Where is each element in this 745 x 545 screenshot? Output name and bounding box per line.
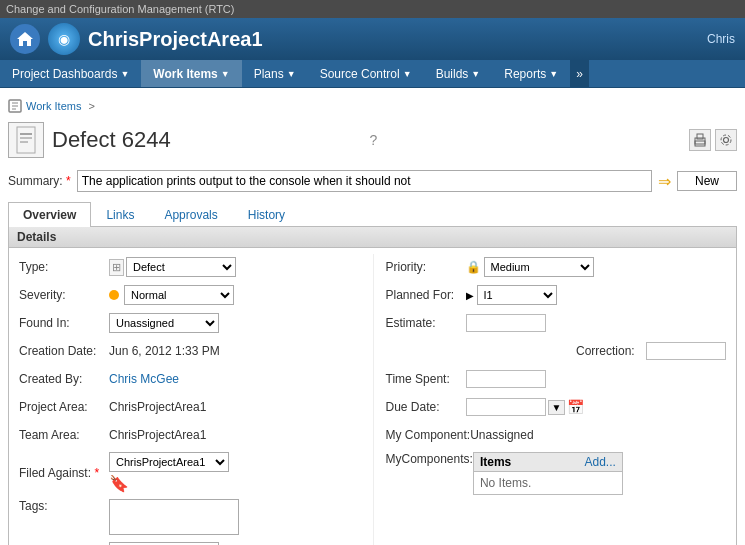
creation-date-field: Creation Date: Jun 6, 2012 1:33 PM [19,340,369,362]
time-spent-input[interactable] [466,370,546,388]
created-by-field: Created By: Chris McGee [19,368,369,390]
type-small-icon: ⊞ [109,259,124,276]
help-icon[interactable]: ? [370,132,378,148]
right-column: Priority: 🔒 Low Medium High Critical Pla… [373,254,731,545]
due-date-dropdown[interactable]: ▼ [548,400,566,415]
nav-project-dashboards[interactable]: Project Dashboards ▼ [0,60,141,87]
severity-field: Severity: Normal Minor Major Critical [19,284,369,306]
time-spent-label: Time Spent: [386,372,466,386]
found-in-select[interactable]: Unassigned [109,313,219,333]
creation-date-value: Jun 6, 2012 1:33 PM [109,344,220,358]
calendar-icon[interactable]: 📅 [567,399,584,415]
work-items-breadcrumb-icon [8,99,22,113]
svg-point-12 [724,138,729,143]
status-arrow-icon: ⇒ [658,172,671,191]
priority-select[interactable]: Low Medium High Critical [484,257,594,277]
nav-work-items[interactable]: Work Items ▼ [141,60,241,87]
svg-marker-0 [17,32,33,46]
project-name: ChrisProjectArea1 [88,28,707,51]
due-date-label: Due Date: [386,400,466,414]
priority-label: Priority: [386,260,466,274]
breadcrumb: Work Items > [8,94,737,118]
lock-icon: 🔒 [466,260,481,274]
settings-button[interactable] [715,129,737,151]
chevron-down-icon: ▼ [287,69,296,79]
app-header: ◉ ChrisProjectArea1 Chris [0,18,745,60]
tab-history[interactable]: History [233,202,300,227]
correction-input[interactable] [646,342,726,360]
tags-input[interactable] [109,499,239,535]
severity-dot-icon [109,290,119,300]
chevron-down-icon: ▼ [471,69,480,79]
details-section: Details Type: ⊞ Defect Task Story [8,227,737,545]
summary-row: Summary: * ⇒ New [8,170,737,192]
owned-by-field: Owned By: Chris McGee [19,541,369,545]
tab-links[interactable]: Links [91,202,149,227]
items-header: Items Add... [473,452,623,471]
created-by-label: Created By: [19,372,109,386]
estimate-label: Estimate: [386,316,466,330]
nav-bar: Project Dashboards ▼ Work Items ▼ Plans … [0,60,745,88]
print-button[interactable] [689,129,711,151]
severity-select[interactable]: Normal Minor Major Critical [124,285,234,305]
nav-plans[interactable]: Plans ▼ [242,60,308,87]
tags-label: Tags: [19,499,109,513]
no-items-text: No Items. [480,476,531,490]
project-area-field: Project Area: ChrisProjectArea1 [19,396,369,418]
user-name: Chris [707,32,735,46]
my-components-label: MyComponents: [386,452,473,466]
breadcrumb-separator: > [88,100,94,112]
play-icon: ▶ [466,290,474,301]
svg-rect-5 [17,127,35,153]
estimate-input[interactable] [466,314,546,332]
chevron-down-icon: ▼ [403,69,412,79]
breadcrumb-link[interactable]: Work Items [26,100,81,112]
team-area-field: Team Area: ChrisProjectArea1 [19,424,369,446]
my-components-field: MyComponents: Items Add... No Items. [386,452,727,495]
estimate-field: Estimate: [386,312,727,334]
nav-reports[interactable]: Reports ▼ [492,60,570,87]
app-logo: ◉ [48,23,80,55]
tab-overview[interactable]: Overview [8,202,91,227]
filed-against-add-icon[interactable]: 🔖 [109,475,129,492]
time-spent-field: Time Spent: [386,368,727,390]
title-bar: Change and Configuration Management (RTC… [0,0,745,18]
summary-required: * [66,174,71,188]
type-field: Type: ⊞ Defect Task Story [19,256,369,278]
priority-field: Priority: 🔒 Low Medium High Critical [386,256,727,278]
created-by-link[interactable]: Chris McGee [109,372,179,386]
type-select[interactable]: Defect Task Story [126,257,236,277]
home-icon[interactable] [10,24,40,54]
team-area-label: Team Area: [19,428,109,442]
items-body: No Items. [473,471,623,495]
project-area-value: ChrisProjectArea1 [109,400,206,414]
planned-for-select[interactable]: I1 I2 [477,285,557,305]
correction-label: Correction: [576,344,646,358]
my-component-field: My Component: Unassigned [386,424,727,446]
work-item-header: Defect 6244 ? [8,122,737,162]
found-in-field: Found In: Unassigned [19,312,369,334]
svg-point-13 [721,135,731,145]
add-link[interactable]: Add... [585,455,616,469]
due-date-input[interactable] [466,398,546,416]
nav-source-control[interactable]: Source Control ▼ [308,60,424,87]
chevron-down-icon: ▼ [221,69,230,79]
project-area-label: Project Area: [19,400,109,414]
tabs-bar: Overview Links Approvals History [8,202,737,227]
summary-input[interactable] [77,170,652,192]
creation-date-label: Creation Date: [19,344,109,358]
team-area-value: ChrisProjectArea1 [109,428,206,442]
type-label: Type: [19,260,109,274]
filed-against-select[interactable]: ChrisProjectArea1 [109,452,229,472]
filed-against-label: Filed Against: * [19,466,109,480]
planned-for-label: Planned For: [386,288,466,302]
nav-builds[interactable]: Builds ▼ [424,60,493,87]
nav-more-button[interactable]: » [570,60,589,87]
found-in-label: Found In: [19,316,109,330]
items-title: Items [480,455,511,469]
status-badge: New [677,171,737,191]
title-bar-text: Change and Configuration Management (RTC… [6,3,234,15]
work-item-title: Defect 6244 [52,127,364,153]
due-date-field: Due Date: ▼ 📅 [386,396,727,418]
tab-approvals[interactable]: Approvals [149,202,232,227]
